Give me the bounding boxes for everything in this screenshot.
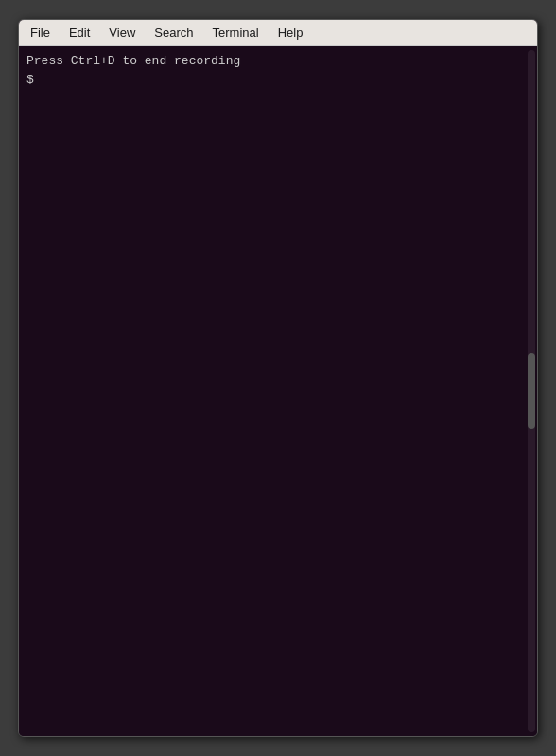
scrollbar-track[interactable] <box>528 50 535 732</box>
terminal-body[interactable]: Press Ctrl+D to end recording $ <box>19 46 537 736</box>
terminal-window: File Edit View Search Terminal Help Pres… <box>18 19 538 737</box>
menu-edit[interactable]: Edit <box>61 24 97 42</box>
menu-search[interactable]: Search <box>147 24 200 42</box>
menu-terminal[interactable]: Terminal <box>205 24 267 42</box>
menu-view[interactable]: View <box>101 24 143 42</box>
scrollbar-thumb[interactable] <box>528 353 535 429</box>
terminal-line-1: Press Ctrl+D to end recording <box>26 52 530 71</box>
terminal-prompt: $ <box>26 71 530 90</box>
menu-help[interactable]: Help <box>270 24 311 42</box>
menu-file[interactable]: File <box>23 24 58 42</box>
menubar: File Edit View Search Terminal Help <box>19 20 537 46</box>
